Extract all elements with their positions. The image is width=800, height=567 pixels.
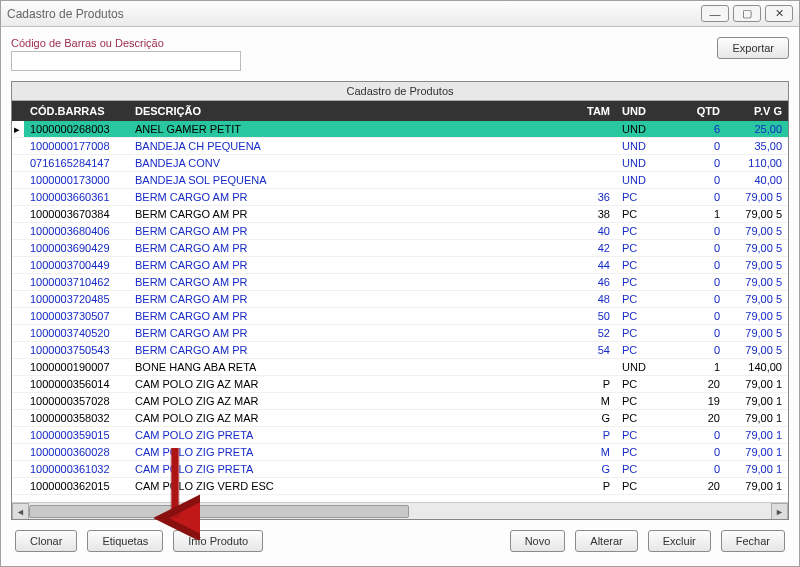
table-row[interactable]: 1000000177008BANDEJA CH PEQUENAUND035,00 — [12, 138, 788, 155]
cell-tam: P — [566, 427, 616, 444]
cell-und: PC — [616, 240, 671, 257]
window-title: Cadastro de Produtos — [7, 7, 701, 21]
cell-qtd: 1 — [671, 359, 726, 376]
cell-und: PC — [616, 478, 671, 495]
table-row[interactable]: 1000003700449BERM CARGO AM PR44PC079,00 … — [12, 257, 788, 274]
titlebar[interactable]: Cadastro de Produtos — ▢ ✕ — [1, 1, 799, 27]
cell-desc: BERM CARGO AM PR — [129, 223, 566, 240]
cell-cod: 1000000357028 — [24, 393, 129, 410]
cell-qtd: 6 — [671, 121, 726, 138]
cell-qtd: 1 — [671, 206, 726, 223]
col-desc[interactable]: DESCRIÇÃO — [129, 101, 566, 121]
cell-pv: 79,00 5 — [726, 257, 788, 274]
cell-und: UND — [616, 121, 671, 138]
cell-pv: 79,00 1 — [726, 410, 788, 427]
cell-cod: 1000000361032 — [24, 461, 129, 478]
cell-qtd: 0 — [671, 342, 726, 359]
cell-tam — [566, 359, 616, 376]
table-row[interactable]: 1000003740520BERM CARGO AM PR52PC079,00 … — [12, 325, 788, 342]
minimize-button[interactable]: — — [701, 5, 729, 22]
col-pv[interactable]: P.V G — [726, 101, 788, 121]
table-row[interactable]: 1000003730507BERM CARGO AM PR50PC079,00 … — [12, 308, 788, 325]
cell-und: UND — [616, 172, 671, 189]
col-cod[interactable]: CÓD.BARRAS — [24, 101, 129, 121]
search-input[interactable] — [11, 51, 241, 71]
alterar-button[interactable]: Alterar — [575, 530, 637, 552]
cell-cod: 1000000268003 — [24, 121, 129, 138]
table-header-row: CÓD.BARRAS DESCRIÇÃO TAM UND QTD P.V G — [12, 101, 788, 121]
cell-tam: M — [566, 444, 616, 461]
table-row[interactable]: 1000000356014CAM POLO ZIG AZ MARPPC2079,… — [12, 376, 788, 393]
table-row[interactable]: 1000000357028CAM POLO ZIG AZ MARMPC1979,… — [12, 393, 788, 410]
cell-qtd: 0 — [671, 274, 726, 291]
col-tam[interactable]: TAM — [566, 101, 616, 121]
cell-pv: 35,00 — [726, 138, 788, 155]
cell-cod: 1000003710462 — [24, 274, 129, 291]
info-produto-button[interactable]: Info Produto — [173, 530, 263, 552]
table-row[interactable]: 0716165284147BANDEJA CONVUND0110,00 — [12, 155, 788, 172]
cell-qtd: 0 — [671, 240, 726, 257]
cell-tam: 40 — [566, 223, 616, 240]
cell-cod: 1000000359015 — [24, 427, 129, 444]
table-row[interactable]: 1000003660361BERM CARGO AM PR36PC079,00 … — [12, 189, 788, 206]
horizontal-scrollbar[interactable]: ◄ ► — [12, 502, 788, 519]
etiquetas-button[interactable]: Etiquetas — [87, 530, 163, 552]
cell-tam: 42 — [566, 240, 616, 257]
cell-und: PC — [616, 291, 671, 308]
marker — [12, 393, 24, 410]
fechar-button[interactable]: Fechar — [721, 530, 785, 552]
close-button[interactable]: ✕ — [765, 5, 793, 22]
table-row[interactable]: 1000000358032CAM POLO ZIG AZ MARGPC2079,… — [12, 410, 788, 427]
cell-cod: 1000000358032 — [24, 410, 129, 427]
table-row[interactable]: 1000003720485BERM CARGO AM PR48PC079,00 … — [12, 291, 788, 308]
table-row[interactable]: 1000003680406BERM CARGO AM PR40PC079,00 … — [12, 223, 788, 240]
scroll-left-button[interactable]: ◄ — [12, 503, 29, 520]
export-button[interactable]: Exportar — [717, 37, 789, 59]
table-row[interactable]: 1000000190007BONE HANG ABA RETAUND1140,0… — [12, 359, 788, 376]
cell-tam — [566, 155, 616, 172]
cell-und: PC — [616, 342, 671, 359]
col-und[interactable]: UND — [616, 101, 671, 121]
table-row[interactable]: 1000000359015CAM POLO ZIG PRETAPPC079,00… — [12, 427, 788, 444]
table-row[interactable]: 1000000362015CAM POLO ZIG VERD ESCPPC207… — [12, 478, 788, 495]
grid-scroll[interactable]: CÓD.BARRAS DESCRIÇÃO TAM UND QTD P.V G ▸… — [12, 101, 788, 502]
cell-qtd: 0 — [671, 461, 726, 478]
table-row[interactable]: 1000000361032CAM POLO ZIG PRETAGPC079,00… — [12, 461, 788, 478]
cell-desc: CAM POLO ZIG PRETA — [129, 444, 566, 461]
cell-cod: 1000003660361 — [24, 189, 129, 206]
table-row[interactable]: 1000003710462BERM CARGO AM PR46PC079,00 … — [12, 274, 788, 291]
table-row[interactable]: ▸1000000268003ANEL GAMER PETITUND625,00 — [12, 121, 788, 138]
cell-tam: 50 — [566, 308, 616, 325]
table-row[interactable]: 1000003750543BERM CARGO AM PR54PC079,00 … — [12, 342, 788, 359]
cell-cod: 1000000356014 — [24, 376, 129, 393]
table-row[interactable]: 1000000360028CAM POLO ZIG PRETAMPC079,00… — [12, 444, 788, 461]
cell-tam: P — [566, 376, 616, 393]
clonar-button[interactable]: Clonar — [15, 530, 77, 552]
scroll-thumb[interactable] — [29, 505, 409, 518]
grid-container: Cadastro de Produtos CÓD.BARRAS DESCRIÇÃ… — [11, 81, 789, 520]
marker — [12, 189, 24, 206]
table-row[interactable]: 1000000173000BANDEJA SOL PEQUENAUND040,0… — [12, 172, 788, 189]
col-qtd[interactable]: QTD — [671, 101, 726, 121]
cell-desc: CAM POLO ZIG AZ MAR — [129, 410, 566, 427]
novo-button[interactable]: Novo — [510, 530, 566, 552]
maximize-button[interactable]: ▢ — [733, 5, 761, 22]
cell-pv: 79,00 1 — [726, 444, 788, 461]
cell-pv: 79,00 5 — [726, 291, 788, 308]
cell-pv: 79,00 5 — [726, 206, 788, 223]
cell-und: PC — [616, 274, 671, 291]
cell-cod: 1000003690429 — [24, 240, 129, 257]
marker — [12, 155, 24, 172]
cell-qtd: 20 — [671, 478, 726, 495]
table-row[interactable]: 1000003690429BERM CARGO AM PR42PC079,00 … — [12, 240, 788, 257]
search-group: Código de Barras ou Descrição — [11, 37, 717, 71]
marker — [12, 223, 24, 240]
table-row[interactable]: 1000003670384BERM CARGO AM PR38PC179,00 … — [12, 206, 788, 223]
excluir-button[interactable]: Excluir — [648, 530, 711, 552]
cell-pv: 79,00 1 — [726, 376, 788, 393]
marker — [12, 376, 24, 393]
cell-und: PC — [616, 410, 671, 427]
scroll-right-button[interactable]: ► — [771, 503, 788, 520]
window-controls: — ▢ ✕ — [701, 5, 793, 22]
cell-tam — [566, 138, 616, 155]
